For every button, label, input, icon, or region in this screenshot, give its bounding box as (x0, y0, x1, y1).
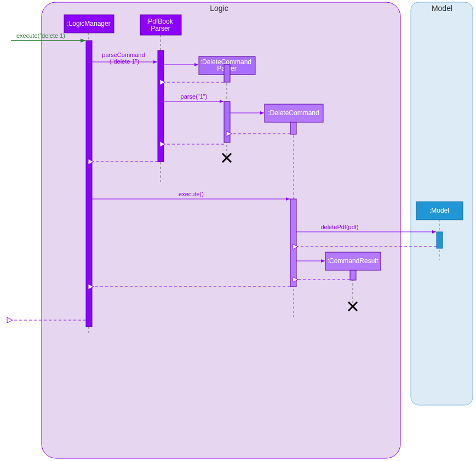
msg-entry-label: execute("delete 1) (16, 32, 65, 39)
activation-deletecommandparser-2 (224, 101, 230, 143)
msg-execute-label: execute() (179, 191, 204, 197)
participant-commandresult-label: :CommandResult (328, 257, 378, 265)
diagram-canvas: Logic Model :LogicManager :PdfBook Parse… (0, 0, 476, 461)
activation-model (437, 232, 443, 248)
participant-model-label: :Model (429, 207, 449, 214)
activation-deletecommand-1 (290, 122, 296, 134)
participant-logicmanager-label: :LogicManager (67, 20, 110, 27)
activation-commandresult (350, 270, 356, 280)
activation-pdfbookparser (158, 50, 164, 162)
msg-deletepdf-label: deletePdf(pdf) (320, 224, 358, 230)
sequence-diagram: Logic Model :LogicManager :PdfBook Parse… (0, 0, 476, 461)
frame-model-title: Model (432, 4, 452, 13)
frame-logic-title: Logic (210, 4, 228, 13)
activation-deletecommandparser-1 (224, 65, 230, 82)
activation-deletecommand-2 (290, 199, 296, 287)
participant-deletecommand-label: :DeleteCommand (268, 109, 319, 117)
activation-logicmanager (86, 41, 92, 327)
msg-parse-label: parse("1") (181, 93, 208, 100)
